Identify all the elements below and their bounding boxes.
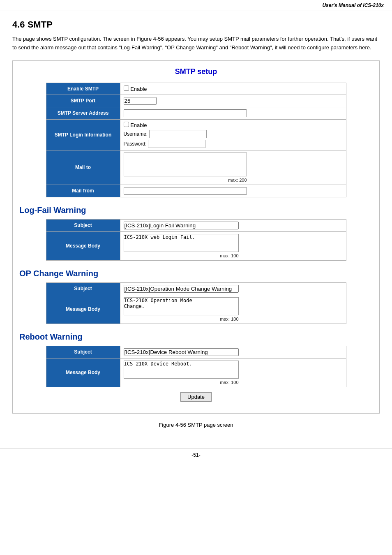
- op-change-subject-label: Subject: [46, 282, 120, 295]
- op-change-subject-input[interactable]: [124, 285, 239, 293]
- reboot-body-textarea[interactable]: ICS-210X Device Reboot.: [124, 361, 239, 379]
- smtp-port-input-cell: [120, 95, 346, 107]
- mail-to-max-note: max: 200: [124, 178, 247, 183]
- update-button[interactable]: Update: [180, 392, 212, 402]
- enable-smtp-checkbox-label: Enable: [130, 86, 147, 92]
- log-fail-subject-cell: [120, 219, 346, 231]
- smtp-login-row: SMTP Login Information Enable Username:: [46, 119, 346, 150]
- reboot-table: Subject Message Body ICS-210X Device Reb…: [46, 346, 346, 387]
- reboot-max-note: max: 100: [124, 380, 239, 385]
- mail-to-row: Mail to max: 200: [46, 150, 346, 185]
- smtp-password-row: Password:: [124, 140, 343, 148]
- enable-smtp-label: Enable SMTP: [46, 83, 120, 95]
- log-fail-body-cell: ICS-210X web Login Fail. max: 100: [120, 231, 346, 260]
- smtp-form-container: SMTP setup Enable SMTP Enable SMTP Port: [12, 60, 380, 414]
- page-number: -51-: [191, 452, 200, 458]
- mail-from-row: Mail from: [46, 185, 346, 197]
- log-fail-subject-row: Subject: [46, 219, 346, 231]
- smtp-login-input-cell: Enable Username: Password:: [120, 119, 346, 150]
- log-fail-table: Subject Message Body ICS-210X web Login …: [46, 219, 346, 261]
- reboot-body-row: Message Body ICS-210X Device Reboot. max…: [46, 358, 346, 387]
- section-heading: 4.6 SMTP: [12, 19, 380, 30]
- smtp-port-input[interactable]: [124, 97, 157, 105]
- mail-to-textarea[interactable]: [124, 153, 247, 176]
- figure-caption: Figure 4-56 SMTP page screen: [12, 422, 380, 428]
- mail-to-input-cell: max: 200: [120, 150, 346, 185]
- smtp-setup-table: Enable SMTP Enable SMTP Port SMTP Server…: [46, 83, 346, 197]
- main-content: 4.6 SMTP The page shows SMTP configurati…: [0, 11, 392, 436]
- smtp-server-row: SMTP Server Address: [46, 107, 346, 119]
- smtp-server-label: SMTP Server Address: [46, 107, 120, 119]
- mail-from-label: Mail from: [46, 185, 120, 197]
- smtp-username-input[interactable]: [149, 130, 207, 138]
- footer: -51-: [0, 449, 392, 461]
- header-bar: User's Manual of ICS-210x: [0, 0, 392, 11]
- reboot-body-cell: ICS-210X Device Reboot. max: 100: [120, 358, 346, 387]
- op-change-body-cell: ICS-210X Operation Mode Change. max: 100: [120, 295, 346, 324]
- smtp-username-label: Username:: [124, 131, 148, 137]
- reboot-subject-label: Subject: [46, 346, 120, 358]
- op-change-heading: OP Change Warning: [19, 269, 373, 278]
- log-fail-heading: Log-Fail Warning: [19, 206, 373, 215]
- update-button-row: Update: [19, 387, 373, 407]
- enable-smtp-input-cell: Enable: [120, 83, 346, 95]
- reboot-body-label: Message Body: [46, 358, 120, 387]
- intro-paragraph: The page shows SMTP configuration. The s…: [12, 35, 380, 52]
- form-title: SMTP setup: [19, 67, 373, 76]
- reboot-subject-input[interactable]: [124, 348, 239, 356]
- mail-from-input[interactable]: [124, 187, 247, 195]
- smtp-port-label: SMTP Port: [46, 95, 120, 107]
- smtp-login-enable-label: Enable: [130, 122, 147, 128]
- reboot-subject-cell: [120, 346, 346, 358]
- op-change-body-textarea[interactable]: ICS-210X Operation Mode Change.: [124, 297, 239, 315]
- op-change-subject-cell: [120, 282, 346, 295]
- mail-from-input-cell: [120, 185, 346, 197]
- smtp-login-group: Enable Username: Password:: [124, 122, 343, 148]
- smtp-password-label: Password:: [124, 141, 147, 147]
- mail-to-label: Mail to: [46, 150, 120, 185]
- op-change-body-row: Message Body ICS-210X Operation Mode Cha…: [46, 295, 346, 324]
- op-change-max-note: max: 100: [124, 317, 239, 321]
- smtp-password-input[interactable]: [148, 140, 205, 148]
- reboot-heading: Reboot Warning: [19, 332, 373, 342]
- log-fail-subject-label: Subject: [46, 219, 120, 231]
- enable-smtp-checkbox[interactable]: [124, 86, 129, 91]
- op-change-table: Subject Message Body ICS-210X Operation …: [46, 282, 346, 324]
- manual-title: User's Manual of ICS-210x: [322, 2, 384, 8]
- smtp-login-enable-row: Enable: [124, 122, 343, 128]
- smtp-server-input[interactable]: [124, 109, 247, 117]
- log-fail-max-note: max: 100: [124, 253, 239, 258]
- smtp-login-label: SMTP Login Information: [46, 119, 120, 150]
- log-fail-body-row: Message Body ICS-210X web Login Fail. ma…: [46, 231, 346, 260]
- log-fail-body-label: Message Body: [46, 231, 120, 260]
- enable-smtp-row: Enable SMTP Enable: [46, 83, 346, 95]
- op-change-subject-row: Subject: [46, 282, 346, 295]
- smtp-username-row: Username:: [124, 130, 343, 138]
- op-change-body-label: Message Body: [46, 295, 120, 324]
- smtp-login-enable-checkbox[interactable]: [124, 122, 129, 127]
- smtp-port-row: SMTP Port: [46, 95, 346, 107]
- log-fail-body-textarea[interactable]: ICS-210X web Login Fail.: [124, 234, 239, 252]
- reboot-subject-row: Subject: [46, 346, 346, 358]
- smtp-server-input-cell: [120, 107, 346, 119]
- log-fail-subject-input[interactable]: [124, 222, 239, 229]
